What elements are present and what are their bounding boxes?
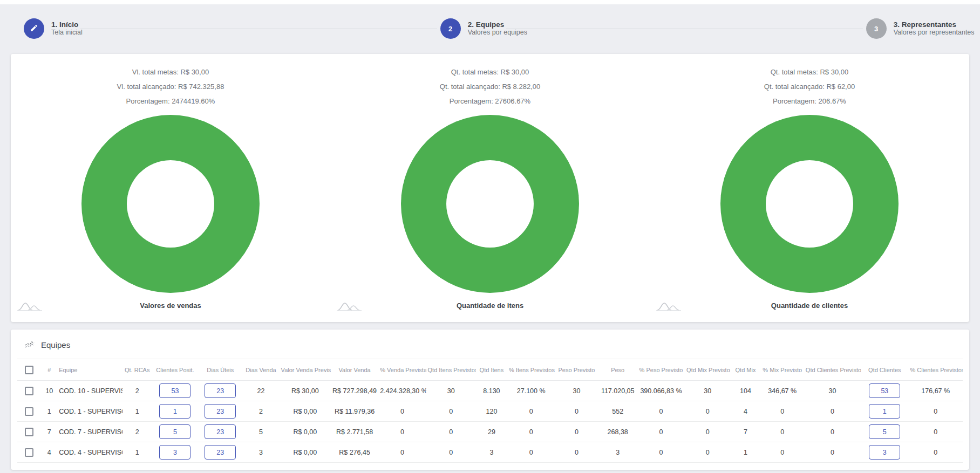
qtd-clientes-input[interactable] <box>869 424 900 439</box>
equipes-table: # Equipe Qt. RCAs Clientes Posit. Dias Ú… <box>17 359 963 463</box>
dias-uteis-input[interactable] <box>205 383 236 398</box>
row-checkbox[interactable] <box>25 428 33 436</box>
cell-pct-peso-previsto: 0 <box>637 422 685 442</box>
cell-num: 1 <box>41 401 57 422</box>
table-row: 4 COD. 4 - SUPERVISOR 1 3 R$ 0,00 R$ 276… <box>17 442 963 463</box>
select-all-checkbox[interactable] <box>25 366 33 374</box>
cell-pct-venda-prevista: 0 <box>378 422 426 442</box>
cell-pct-venda-prevista: 2.424.328,30 % <box>378 381 426 401</box>
cell-qtd-mix: 7 <box>730 422 760 442</box>
cell-pct-itens-previstos: 0 <box>507 401 555 422</box>
table-row: 10 COD. 10 - SUPERVISOR 2 22 R$ 30,00 R$… <box>17 381 963 401</box>
cell-pct-venda-prevista: 0 <box>378 442 426 463</box>
step-equipes[interactable]: 2 2. Equipes Valores por equipes <box>440 18 505 39</box>
cell-qtd-clientes-previstos: 0 <box>804 442 861 463</box>
donut-chart-itens <box>401 115 579 293</box>
cell-qtd-clientes-previstos: 0 <box>804 422 861 442</box>
cell-peso-previsto: 30 <box>555 381 598 401</box>
cell-valor-venda-prevista: R$ 0,00 <box>280 401 331 422</box>
step-title: 1. Início <box>51 20 78 29</box>
clientes-posit-input[interactable] <box>159 445 190 460</box>
stat-total-alcancado: Qt. total alcançado: R$ 8.282,00 <box>440 79 540 94</box>
cell-valor-venda-prevista: R$ 0,00 <box>280 442 331 463</box>
cell-valor-venda: R$ 11.979,36 <box>331 401 378 422</box>
column-header: % Venda Prevista <box>378 359 426 381</box>
cell-qtd-itens-previstos: 0 <box>426 442 476 463</box>
cell-valor-venda: R$ 2.771,58 <box>331 422 378 442</box>
stat-total-metas: Qt. total metas: R$ 30,00 <box>440 65 540 79</box>
row-checkbox[interactable] <box>25 448 33 457</box>
cell-qtd-mix-previsto: 0 <box>685 442 730 463</box>
cell-qtd-clientes-previstos: 30 <box>804 381 861 401</box>
dias-uteis-input[interactable] <box>205 445 236 460</box>
column-header: % Peso Previsto <box>637 359 685 381</box>
step-circle-2: 2 <box>440 18 461 39</box>
clientes-posit-input[interactable] <box>159 383 190 398</box>
cell-equipe: COD. 1 - SUPERVISOR <box>57 401 122 422</box>
pencil-icon <box>30 24 38 34</box>
step-subtitle: Valores por representantes <box>894 29 975 36</box>
wave-icon <box>656 301 684 314</box>
row-checkbox[interactable] <box>25 407 33 416</box>
column-header: Clientes Posit. <box>152 359 198 381</box>
cell-pct-clientes-previstos: 176,67 % <box>909 381 963 401</box>
column-header: Qt. RCAs <box>122 359 152 381</box>
column-header: # <box>41 359 57 381</box>
equipes-card: Equipes # Equipe Qt. RCAs Clientes Posit… <box>11 330 969 470</box>
cell-num: 7 <box>41 422 57 442</box>
row-checkbox[interactable] <box>25 387 33 395</box>
qtd-clientes-input[interactable] <box>869 445 900 460</box>
step-representantes[interactable]: 3 3. Representantes Valores por represen… <box>866 18 956 39</box>
cell-qtd-mix-previsto: 0 <box>685 422 730 442</box>
cell-pct-peso-previsto: 0 <box>637 442 685 463</box>
table-title: Equipes <box>41 340 70 349</box>
qtd-clientes-input[interactable] <box>869 383 900 398</box>
column-header: Valor Venda <box>331 359 378 381</box>
cell-pct-itens-previstos: 0 <box>507 442 555 463</box>
cell-peso: 117.020,05 <box>598 381 637 401</box>
cell-dias-venda: 3 <box>242 442 279 463</box>
clientes-posit-input[interactable] <box>159 404 190 419</box>
cell-qtd-mix: 104 <box>730 381 760 401</box>
dias-uteis-input[interactable] <box>205 404 236 419</box>
clientes-posit-input[interactable] <box>159 424 190 439</box>
cell-qtd-itens-previstos: 0 <box>426 401 476 422</box>
column-header: Dias Úteis <box>198 359 242 381</box>
cell-pct-clientes-previstos: 0 <box>909 401 963 422</box>
chart-label: Quantidade de clientes <box>771 301 848 310</box>
cell-valor-venda: R$ 276,45 <box>331 442 378 463</box>
qtd-clientes-input[interactable] <box>869 404 900 419</box>
chart-panel-quantidade-clientes: Qt. total metas: R$ 30,00 Qt. total alca… <box>650 65 969 317</box>
wave-icon <box>17 301 45 314</box>
chart-panel-quantidade-itens: Qt. total metas: R$ 30,00 Qt. total alca… <box>330 65 650 317</box>
table-row: 7 COD. 7 - SUPERVISOR 2 5 R$ 0,00 R$ 2.7… <box>17 422 963 442</box>
donut-chart-clientes <box>720 115 899 293</box>
cell-pct-clientes-previstos: 0 <box>909 442 963 463</box>
column-header: Qtd Clientes Previstos <box>804 359 861 381</box>
column-header: Qtd Clientes <box>861 359 908 381</box>
wave-icon <box>337 301 365 314</box>
cell-num: 4 <box>41 442 57 463</box>
cell-qtd-mix: 1 <box>730 442 760 463</box>
cell-equipe: COD. 10 - SUPERVISOR <box>57 381 122 401</box>
stat-total-alcancado: Qt. total alcançado: R$ 62,00 <box>764 79 855 94</box>
cell-qtd-mix: 4 <box>730 401 760 422</box>
cell-pct-clientes-previstos: 0 <box>909 422 963 442</box>
table-row: 1 COD. 1 - SUPERVISOR 1 2 R$ 0,00 R$ 11.… <box>17 401 963 422</box>
cell-peso-previsto: 0 <box>555 401 598 422</box>
step-inicio[interactable]: 1. Início Tela inicial <box>24 18 78 39</box>
dashboard-page: { "accent_colors": { "primary_blue": "#3… <box>0 0 980 473</box>
cell-qt-rcas: 1 <box>122 401 152 422</box>
cell-pct-mix-previsto: 346,67 % <box>761 381 804 401</box>
cell-pct-mix-previsto: 0 <box>761 442 804 463</box>
step-title: 3. Representantes <box>894 20 956 29</box>
cell-num: 10 <box>41 381 57 401</box>
chart-icon <box>25 339 36 350</box>
column-header: Qtd Mix <box>730 359 760 381</box>
cell-equipe: COD. 7 - SUPERVISOR <box>57 422 122 442</box>
cell-pct-peso-previsto: 0 <box>637 401 685 422</box>
table-header-row: # Equipe Qt. RCAs Clientes Posit. Dias Ú… <box>17 359 963 381</box>
dias-uteis-input[interactable] <box>205 424 236 439</box>
cell-equipe: COD. 4 - SUPERVISOR <box>57 442 122 463</box>
cell-peso: 268,38 <box>598 422 637 442</box>
